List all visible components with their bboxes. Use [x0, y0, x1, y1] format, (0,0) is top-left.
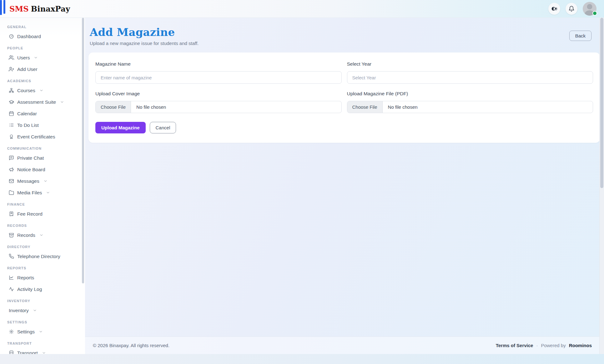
cover-image-choose-file-button[interactable]: Choose File [96, 101, 131, 113]
sidebar-section-label-settings: SETTINGS [7, 320, 85, 324]
chevron-down-icon [39, 233, 43, 237]
archive-icon [9, 232, 14, 238]
online-status-dot [592, 11, 597, 16]
footer-links: Terms of Service · Powered by Roominos [496, 343, 592, 348]
magazine-file-file-status: No file chosen [383, 101, 423, 113]
sidebar-item-dashboard[interactable]: Dashboard [0, 31, 85, 42]
back-button[interactable]: Back [569, 31, 591, 41]
sidebar-item-assessment-suite[interactable]: Assessment Suite [0, 96, 85, 108]
sidebar-item-label: Settings [17, 329, 35, 335]
sidebar-item-label: Activity Log [17, 287, 42, 292]
page-header: Add Magazine Upload a new magazine issue… [85, 18, 604, 46]
main-content: Add Magazine Upload a new magazine issue… [85, 18, 604, 354]
sidebar-item-label: Calendar [17, 111, 37, 117]
sidebar-item-label: Telephone Directory [17, 254, 60, 259]
sidebar-item-inventory[interactable]: Inventory [0, 305, 85, 316]
sidebar-item-activity-log[interactable]: Activity Log [0, 283, 85, 295]
terms-of-service-link[interactable]: Terms of Service [496, 343, 533, 348]
sidebar-item-private-chat[interactable]: Private Chat [0, 152, 85, 164]
sidebar-item-records[interactable]: Records [0, 229, 85, 241]
main-scrollbar-thumb[interactable] [600, 18, 603, 188]
graduation-cap-icon [9, 99, 14, 105]
sitemap-icon [9, 88, 14, 93]
footer-copyright: © 2026 Binaxpay. All rights reserved. [93, 343, 169, 348]
bus-icon [9, 350, 14, 354]
dashboard-icon [9, 34, 14, 39]
sidebar-scrollbar[interactable] [82, 18, 84, 283]
magazine-file-choose-file-button[interactable]: Choose File [347, 101, 383, 113]
sidebar-item-messages[interactable]: Messages [0, 175, 85, 187]
footer-separator: · [536, 343, 538, 348]
sidebar-item-reports[interactable]: Reports [0, 272, 85, 283]
chevron-down-icon [60, 100, 64, 104]
chevron-down-icon [33, 308, 37, 312]
form-actions: Upload Magazine Cancel [95, 122, 593, 133]
sidebar-section-label-academics: ACADEMICS [7, 79, 85, 83]
sidebar-item-fee-record[interactable]: Fee Record [0, 208, 85, 220]
sidebar-section-label-people: PEOPLE [7, 46, 85, 50]
cover-image-label: Upload Cover Image [95, 91, 342, 97]
sidebar-item-label: Transport [17, 350, 38, 354]
footer: © 2026 Binaxpay. All rights reserved. Te… [85, 337, 604, 354]
chevron-down-icon [39, 330, 43, 334]
brand-name: BinaxPay [31, 4, 70, 13]
theme-toggle-button[interactable] [548, 3, 560, 15]
cover-image-file-status: No file chosen [131, 101, 171, 113]
sidebar-item-users[interactable]: Users [0, 52, 85, 63]
chat-icon [9, 155, 14, 161]
magazine-file-label: Upload Magazine File (PDF) [347, 91, 593, 97]
sidebar-item-label: Users [17, 55, 30, 61]
chevron-down-icon [46, 191, 50, 195]
sidebar-item-label: Records [17, 232, 35, 238]
sidebar-item-calendar[interactable]: Calendar [0, 108, 85, 119]
notifications-button[interactable] [566, 3, 577, 15]
folder-icon [9, 190, 14, 195]
sidebar-item-media-files[interactable]: Media Files [0, 187, 85, 198]
sidebar-item-event-certificates[interactable]: Event Certificates [0, 131, 85, 142]
sidebar-section-label-communication: COMMUNICATION [7, 147, 85, 151]
mail-icon [9, 178, 14, 184]
phone-icon [9, 254, 14, 259]
sidebar-item-label: Private Chat [17, 155, 44, 161]
sidebar-item-label: To Do List [17, 122, 39, 128]
user-avatar[interactable] [583, 2, 596, 16]
brand-prefix: SMS [9, 4, 29, 13]
sidebar-item-label: Media Files [17, 190, 42, 196]
sidebar-item-telephone-directory[interactable]: Telephone Directory [0, 251, 85, 262]
sidebar-item-courses[interactable]: Courses [0, 85, 85, 96]
sidebar-item-transport[interactable]: Transport [0, 347, 85, 354]
sidebar-nav: GENERALDashboardPEOPLEUsersAdd UserACADE… [0, 18, 85, 354]
sidebar-item-notice-board[interactable]: Notice Board [0, 164, 85, 175]
select-year-dropdown[interactable]: Select Year [347, 71, 593, 84]
cover-image-field: Upload Cover Image Choose File No file c… [95, 91, 342, 113]
chevron-down-icon [39, 88, 43, 92]
magazine-file-file-input[interactable]: Choose File No file chosen [347, 101, 593, 113]
brand-text: SMSBinaxPay [9, 4, 70, 13]
sidebar-item-label: Event Certificates [17, 134, 55, 140]
sidebar-section-label-inventory: INVENTORY [7, 299, 85, 303]
select-year-field: Select Year Select Year [347, 61, 593, 84]
theme-toggle-icon [551, 6, 557, 12]
sidebar-section-label-general: GENERAL [7, 25, 85, 29]
chevron-down-icon [42, 351, 46, 354]
upload-magazine-button[interactable]: Upload Magazine [95, 122, 146, 133]
award-icon [9, 134, 14, 139]
sidebar-item-to-do-list[interactable]: To Do List [0, 119, 85, 131]
sidebar-item-add-user[interactable]: Add User [0, 63, 85, 75]
powered-by-text: Powered by [541, 343, 566, 348]
sidebar-section-label-transport: TRANSPORT [7, 342, 85, 346]
top-bar: SMSBinaxPay [0, 0, 604, 18]
vendor-name: Roominos [569, 343, 592, 348]
magazine-name-input[interactable] [95, 71, 342, 84]
sidebar-item-label: Notice Board [17, 167, 45, 172]
brand-bars-icon [0, 0, 5, 15]
main-scrollbar[interactable] [599, 18, 604, 354]
topbar-controls [548, 2, 604, 16]
bell-icon [568, 6, 575, 12]
sidebar-item-settings[interactable]: Settings [0, 326, 85, 337]
add-magazine-card: Magazine Name Select Year Select Year Up… [88, 52, 600, 143]
magazine-name-field: Magazine Name [95, 61, 342, 84]
cover-image-file-input[interactable]: Choose File No file chosen [95, 101, 342, 113]
cancel-button[interactable]: Cancel [150, 122, 176, 133]
sidebar-item-label: Dashboard [17, 34, 41, 39]
